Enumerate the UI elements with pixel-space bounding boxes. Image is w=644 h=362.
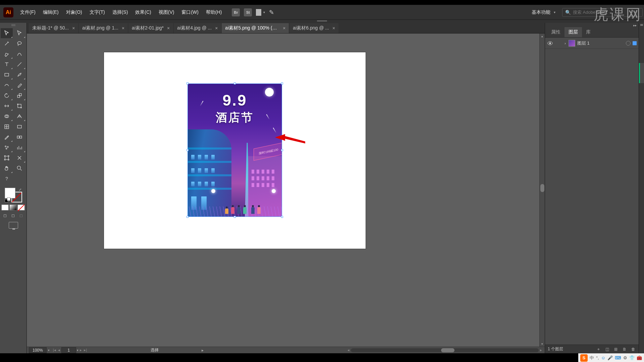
create-sublayer-icon[interactable]: ⊞: [613, 347, 619, 352]
shaper-tool[interactable]: [1, 80, 13, 90]
color-mode-none[interactable]: [17, 204, 25, 210]
close-icon[interactable]: ×: [283, 25, 285, 31]
direct-selection-tool[interactable]: [13, 28, 25, 38]
edit-toolbar[interactable]: ?: [1, 174, 13, 184]
type-tool[interactable]: [1, 59, 13, 69]
menu-select[interactable]: 选择(S): [109, 8, 131, 17]
zoom-level[interactable]: 100%: [29, 347, 47, 353]
symbol-sprayer-tool[interactable]: [1, 142, 13, 153]
first-artboard-button[interactable]: |◂: [52, 348, 57, 352]
rectangle-tool[interactable]: [1, 70, 13, 80]
blend-tool[interactable]: [13, 132, 25, 142]
zoom-tool[interactable]: [13, 163, 25, 173]
ime-lang-icon[interactable]: 中: [590, 355, 594, 361]
document-tab-2[interactable]: ai素材2-01.jpg*×: [128, 23, 173, 33]
document-tab-1[interactable]: ai素材.png @ 1...×: [79, 23, 128, 33]
document-tab-3[interactable]: ai素材4.jpg @ ...×: [174, 23, 221, 33]
menu-effect[interactable]: 效果(C): [132, 8, 154, 17]
draw-normal[interactable]: ◻: [1, 213, 9, 219]
eraser-tool[interactable]: [13, 80, 25, 90]
paintbrush-tool[interactable]: [13, 70, 25, 80]
collapsed-panel-tab[interactable]: [639, 63, 644, 83]
pen-tool[interactable]: [1, 49, 13, 59]
curvature-tool[interactable]: [13, 49, 25, 59]
scale-tool[interactable]: [13, 90, 25, 101]
chevron-down-icon[interactable]: ▾: [77, 349, 78, 352]
rotate-tool[interactable]: [1, 90, 13, 101]
color-mode-gradient[interactable]: [9, 204, 17, 210]
next-artboard-button[interactable]: ▸: [79, 348, 83, 352]
horizontal-scrollbar[interactable]: ◂ ▸: [347, 348, 543, 352]
layer-row[interactable]: › 图层 1: [545, 38, 639, 49]
line-segment-tool[interactable]: [13, 59, 25, 69]
lasso-tool[interactable]: [13, 39, 25, 49]
expand-toggle[interactable]: ›: [562, 41, 569, 45]
panel-tab-libraries[interactable]: 库: [582, 27, 595, 37]
scroll-up-icon[interactable]: ▴: [540, 34, 545, 39]
create-layer-icon[interactable]: 🗎: [622, 347, 627, 352]
hand-tool[interactable]: [1, 163, 13, 173]
ime-punct-icon[interactable]: °,: [596, 355, 599, 360]
scroll-down-icon[interactable]: ▾: [540, 341, 545, 347]
gpu-performance-icon[interactable]: ✎: [269, 9, 274, 16]
free-transform-tool[interactable]: [13, 101, 25, 111]
mesh-tool[interactable]: [1, 122, 13, 132]
gradient-tool[interactable]: [13, 122, 25, 132]
make-clipping-mask-icon[interactable]: ◫: [604, 347, 610, 352]
width-tool[interactable]: [1, 101, 13, 111]
magic-wand-tool[interactable]: [1, 39, 13, 49]
screen-mode-button[interactable]: [1, 222, 25, 229]
close-icon[interactable]: ×: [167, 25, 170, 31]
fill-stroke-control[interactable]: ⤢: [5, 188, 22, 202]
scroll-thumb[interactable]: [540, 184, 544, 192]
document-tab-5[interactable]: ai素材6.png @ ...×: [289, 23, 338, 33]
draw-behind[interactable]: ◻: [9, 213, 17, 219]
keyboard-icon[interactable]: ⌨: [615, 355, 621, 360]
selection-indicator[interactable]: [633, 41, 637, 45]
prev-artboard-button[interactable]: ◂: [57, 348, 61, 352]
eyedropper-tool[interactable]: [1, 132, 13, 142]
play-icon[interactable]: ▸: [202, 348, 204, 353]
settings-icon[interactable]: ⚙: [623, 355, 627, 360]
skin-icon[interactable]: 👕: [629, 355, 635, 360]
selection-tool[interactable]: [1, 28, 13, 38]
vertical-scrollbar[interactable]: ▴ ▾: [539, 34, 545, 347]
panel-tab-properties[interactable]: 属性: [547, 27, 565, 37]
chevron-down-icon[interactable]: ▾: [48, 349, 50, 352]
placed-image[interactable]: 9.9 酒店节: [188, 84, 282, 217]
artboard-tool[interactable]: [1, 153, 13, 163]
color-mode-solid[interactable]: [1, 204, 9, 210]
menu-view[interactable]: 视图(V): [155, 8, 178, 17]
locate-object-icon[interactable]: ⌖: [596, 347, 601, 352]
shape-builder-tool[interactable]: [1, 111, 13, 121]
mic-icon[interactable]: 🎤: [607, 355, 613, 360]
target-icon[interactable]: [626, 41, 631, 46]
panel-tab-layers[interactable]: 图层: [565, 27, 582, 37]
visibility-toggle[interactable]: [545, 41, 555, 45]
search-box[interactable]: 🔍: [562, 8, 643, 17]
arrange-documents-button[interactable]: ▾: [256, 9, 265, 16]
menu-edit[interactable]: 编辑(E): [40, 8, 62, 17]
collapsed-panel-dock[interactable]: [639, 23, 644, 353]
document-tab-0[interactable]: 未标题-1* @ 50...×: [29, 23, 78, 33]
slice-tool[interactable]: [13, 153, 25, 163]
stock-icon[interactable]: St: [244, 8, 252, 16]
perspective-grid-tool[interactable]: [13, 111, 25, 121]
close-icon[interactable]: ×: [215, 25, 218, 31]
layer-name[interactable]: 图层 1: [577, 40, 626, 46]
canvas-viewport[interactable]: 9.9 酒店节: [27, 34, 545, 347]
search-input[interactable]: [573, 10, 640, 15]
artboard-number[interactable]: 1: [61, 347, 76, 353]
close-icon[interactable]: ×: [332, 25, 335, 31]
workspace-switcher[interactable]: 基本功能 ▾: [529, 8, 558, 17]
document-tab-4[interactable]: ai素材5.png @ 100% (RGB/GPU 预览)×: [222, 23, 289, 33]
fill-color[interactable]: [5, 188, 15, 198]
swap-fill-stroke-icon[interactable]: ⤢: [19, 188, 21, 191]
column-graph-tool[interactable]: [13, 142, 25, 153]
bridge-icon[interactable]: Br: [232, 8, 240, 16]
menu-type[interactable]: 文字(T): [86, 8, 108, 17]
close-icon[interactable]: ×: [122, 25, 124, 31]
default-fill-stroke-icon[interactable]: [5, 199, 8, 202]
emoji-icon[interactable]: ☺: [601, 355, 605, 360]
panel-collapse-button[interactable]: ▸▸: [545, 23, 639, 27]
